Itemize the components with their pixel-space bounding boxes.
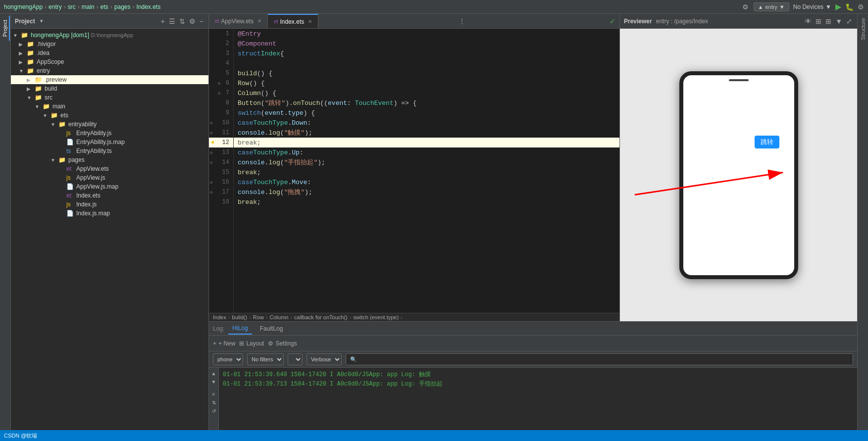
panel-header-actions: + ☰ ⇅ ⚙ − [160,16,204,26]
more-tabs-icon[interactable]: ⋮ [458,16,466,26]
main-layout: Project Project ▼ + ☰ ⇅ ⚙ − ▼ 📁 hongmeng… [0,14,868,430]
entry-dropdown[interactable]: ▲ entry ▼ [754,2,789,11]
log-content: 01-01 21:53:39.640 1584-17420 I A0c0d0/J… [219,368,857,430]
device-select[interactable]: phone [213,353,243,365]
tree-item-src[interactable]: ▼ 📁 src [11,93,208,102]
log-tab-hilog[interactable]: HiLog [228,323,252,335]
tree-item-appview-ets[interactable]: et AppView.ets [11,164,208,173]
sort-icon[interactable]: ⇅ [211,399,217,406]
grid-icon[interactable]: ⊞ [824,16,832,26]
tree-item-hivigor[interactable]: ▶ 📁 .hivigor [11,40,208,49]
right-tab-structure[interactable]: Structure [859,14,867,44]
verbose-select[interactable]: Verbose [306,353,342,365]
tree-item-build[interactable]: ▶ 📁 build [11,84,208,93]
status-bar: CSDN @软瑞 [0,430,868,441]
tree-root[interactable]: ▼ 📁 hongmengApp [dom1] D:\hongmengApp [11,31,208,40]
breadcrumb-ets[interactable]: ets [101,3,108,10]
top-bar: hongmengApp › entry › src › main › ets ›… [0,0,868,14]
breadcrumb-src[interactable]: src [68,3,76,10]
refresh-icon[interactable]: ↺ [211,407,217,415]
plus-icon: + [213,340,216,347]
tree-item-entryability-jsmap[interactable]: 📄 EntryAbility.js.map [11,138,208,147]
tree-item-index-jsmap[interactable]: 📄 Index.js.map [11,209,208,218]
scroll-down-icon[interactable]: ▼ [210,378,217,386]
center-area: et AppView.ets ✕ et Index.ets ✕ ⋮ ✓ [209,14,857,430]
settings-log-button[interactable]: ⚙ Settings [268,340,297,347]
expand-icon[interactable]: ⤢ [845,16,853,26]
project-title: Project [15,18,35,25]
tree-item-entry[interactable]: ▼ 📁 entry [11,66,208,75]
tree-item-entryability-ts[interactable]: ts EntryAbility.ts [11,147,208,155]
code-line-15: break; [234,167,619,177]
eye-icon[interactable]: 👁 [804,16,813,26]
breadcrumb-file[interactable]: Index.ets [137,3,161,10]
tree-item-ets[interactable]: ▼ 📁 ets [11,111,208,120]
sidebar-tab-project[interactable]: Project [1,16,10,41]
tree-item-preview[interactable]: ▶ 📁 .preview [11,75,208,84]
tree-item-index-js[interactable]: js Index.js [11,200,208,209]
line-6: 6◇ [209,78,233,88]
breadcrumb-row: Row [253,314,264,320]
add-icon[interactable]: + [160,16,166,26]
project-panel-header: Project ▼ + ☰ ⇅ ⚙ − [11,14,208,29]
code-line-18: break; [234,197,619,207]
no-devices-dropdown[interactable]: No Devices ▼ [793,3,831,10]
code-line-6: Row() { [234,78,619,88]
run-button[interactable]: ▶ [835,2,841,11]
tree-item-appscope[interactable]: ▶ 📁 AppScope [11,57,208,66]
profile-button[interactable]: ⚙ [858,3,864,11]
collapse-icon[interactable]: ☰ [168,16,176,26]
tab-index-close[interactable]: ✕ [308,19,312,24]
top-bar-right: ⚙ ▲ entry ▼ No Devices ▼ ▶ 🐛 ⚙ [741,2,865,12]
tree-item-entryability-js[interactable]: js EntryAbility.js [11,129,208,138]
tree-item-entryability[interactable]: ▼ 📁 entryability [11,120,208,129]
code-editor[interactable]: 1 2 3 4 5 6◇ 7◇ 8 9 10◇ 11◇ ● 12 [209,29,619,313]
breadcrumb-main[interactable]: main [82,3,95,10]
previewer-title: Previewer [624,18,652,25]
breadcrumb: hongmengApp › entry › src › main › ets ›… [4,3,160,10]
tab-index[interactable]: et Index.ets ✕ [268,14,318,28]
line-1: 1 [209,29,233,39]
new-log-button[interactable]: + + New [213,340,235,347]
scroll-up-icon[interactable]: ▲ [210,370,217,377]
breadcrumb-pages[interactable]: pages [114,3,131,10]
line-2: 2 [209,39,233,49]
breadcrumb-app[interactable]: hongmengApp [4,3,43,10]
tree-item-appview-jsmap[interactable]: 📄 AppView.js.map [11,182,208,191]
tree-item-index-ets[interactable]: et Index.ets [11,191,208,200]
dropdown-icon[interactable]: ▼ [834,16,843,26]
tree-item-idea[interactable]: ▶ 📁 .idea [11,49,208,57]
project-dropdown-arrow[interactable]: ▼ [39,18,44,24]
layers-icon[interactable]: ⊞ [815,16,822,26]
log-filter-row: phone No filters Verbose [209,351,857,368]
filter-select[interactable]: No filters [247,353,284,365]
tab-appview-label: AppView.ets [221,18,254,25]
settings-icon[interactable]: ⚙ [188,16,197,26]
code-line-17: console.log("拖拽"); [234,187,619,197]
line-3: 3 [209,49,233,58]
log-tabs-bar: Log: HiLog FaultLog [209,322,857,336]
empty-select[interactable] [288,353,303,365]
tab-appview-close[interactable]: ✕ [257,18,261,24]
filter-icon[interactable]: ⇅ [178,16,186,26]
no-devices-label: No Devices [793,3,823,10]
code-content[interactable]: @Entry @Component struct Index { build()… [234,29,619,313]
list-icon[interactable]: ≡ [211,391,216,398]
line-12: ● 12 [209,138,233,147]
settings-log-icon: ⚙ [268,340,273,347]
code-line-7: Column() { [234,88,619,98]
minimize-icon[interactable]: − [199,16,204,26]
tree-item-pages[interactable]: ▼ 📁 pages [11,155,208,164]
settings-gear-icon[interactable]: ⚙ [741,2,750,12]
log-search-input[interactable] [346,353,853,365]
tab-appview[interactable]: et AppView.ets ✕ [209,14,268,28]
tree-item-main[interactable]: ▼ 📁 main [11,102,208,111]
breadcrumb-entry[interactable]: entry [49,3,62,10]
line-17: 17◇ [209,187,233,197]
tree-item-appview-js[interactable]: js AppView.js [11,173,208,182]
previewer-body: 跳转 [620,29,857,321]
debug-button[interactable]: 🐛 [845,3,854,11]
code-line-1: @Entry [234,29,619,39]
layout-button[interactable]: ⊞ Layout [239,340,264,347]
log-tab-faultlog[interactable]: FaultLog [256,323,287,334]
